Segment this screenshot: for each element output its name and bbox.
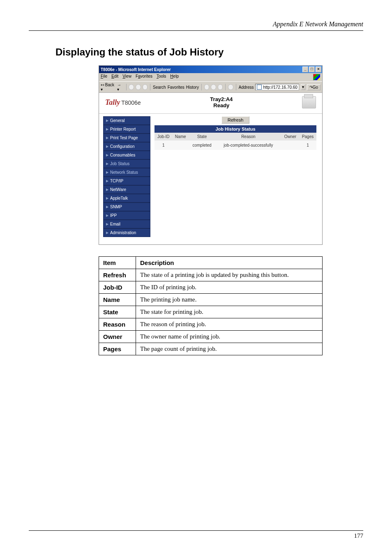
refresh-button[interactable]: Refresh <box>221 116 250 124</box>
menu-view[interactable]: View <box>122 74 131 81</box>
product-header: Tally T8006e Tray2:A4 Ready <box>99 93 322 114</box>
model-name: T8006e <box>121 99 141 106</box>
sidebar-item-netware[interactable]: ▶NetWare <box>103 185 150 194</box>
col-state: State <box>189 133 215 140</box>
sidebar-item-configuration[interactable]: ▶Configuration <box>103 142 150 151</box>
sidebar-item-email[interactable]: ▶Email <box>103 220 150 228</box>
brand-name: Tally <box>105 98 120 106</box>
section-heading: Displaying the status of Job History <box>55 46 363 58</box>
cell-pages: 1 <box>299 140 316 150</box>
menu-tools[interactable]: Tools <box>157 74 166 81</box>
back-button[interactable]: ↤ Back ▾ <box>101 83 115 92</box>
col-name: Name <box>172 133 189 140</box>
row-desc: The state for printing job. <box>136 306 323 318</box>
discuss-icon[interactable] <box>228 84 233 90</box>
row-desc: The ID of printing job. <box>136 281 323 294</box>
header-item: Item <box>99 257 136 269</box>
sidebar-item-label: Configuration <box>110 144 134 149</box>
page-header: Appendix E Network Management <box>29 21 363 31</box>
sidebar-item-administration[interactable]: ▶Administration <box>103 228 150 237</box>
address-dropdown[interactable]: ▾ <box>301 84 305 90</box>
cell-state: completed <box>189 140 215 150</box>
home-icon[interactable] <box>143 84 148 90</box>
cell-owner <box>281 140 299 150</box>
sidebar-item-print-test-page[interactable]: ▶Print Test Page <box>103 134 150 142</box>
table-row: ReasonThe reason of printing job. <box>99 318 323 331</box>
refresh-icon[interactable] <box>136 84 141 90</box>
nav-sidebar: ▶General ▶Printer Report ▶Print Test Pag… <box>103 116 150 237</box>
sidebar-item-network-status[interactable]: ▶Network Status <box>103 168 150 177</box>
window-title: T8006e - Microsoft Internet Explorer <box>101 67 171 72</box>
status-line1: Tray2:A4 <box>210 96 233 102</box>
sidebar-item-label: Email <box>110 222 120 226</box>
table-row: Job-IDThe ID of printing job. <box>99 281 323 294</box>
row-desc: The state of a printing job is updated b… <box>136 269 323 281</box>
menu-help[interactable]: Help <box>170 74 179 81</box>
mail-icon[interactable] <box>204 84 210 90</box>
sidebar-item-label: General <box>110 118 125 123</box>
sidebar-item-label: Job Status <box>110 161 129 166</box>
history-button[interactable]: History <box>186 85 199 90</box>
edit-icon[interactable] <box>218 84 223 90</box>
table-row: 1 completed job-completed-successfully 1 <box>154 140 316 150</box>
sidebar-item-consumables[interactable]: ▶Consumables <box>103 151 150 159</box>
print-icon[interactable] <box>211 84 216 90</box>
sidebar-item-label: Print Test Page <box>110 136 138 140</box>
table-row: StateThe state for printing job. <box>99 306 323 318</box>
forward-button[interactable]: → ▾ <box>117 83 124 92</box>
cell-jobid: 1 <box>154 140 172 150</box>
row-label: Job-ID <box>99 281 136 294</box>
go-button[interactable]: ↷Go <box>307 84 321 90</box>
cell-reason: job-completed-successfully <box>215 140 281 150</box>
panel-title: Job History Status <box>154 125 316 133</box>
ms-flag-icon <box>313 74 321 81</box>
row-desc: The owner name of printing job. <box>136 331 323 343</box>
col-jobid: Job-ID <box>154 133 172 140</box>
sidebar-item-tcpip[interactable]: ▶TCP/IP <box>103 177 150 185</box>
row-desc: The reason of printing job. <box>136 318 323 331</box>
address-label: Address <box>239 85 254 90</box>
sidebar-item-general[interactable]: ▶General <box>103 116 150 125</box>
sidebar-item-label: NetWare <box>110 187 126 192</box>
menu-file[interactable]: File <box>101 74 107 81</box>
page-icon <box>257 85 262 90</box>
row-desc: The page count of printing job. <box>136 343 323 355</box>
row-label: Reason <box>99 318 136 331</box>
browser-toolbar: ↤ Back ▾ → ▾ Search Favorites History Ad… <box>99 81 322 93</box>
sidebar-item-label: Consumables <box>110 153 135 157</box>
sidebar-item-appletalk[interactable]: ▶AppleTalk <box>103 194 150 203</box>
table-row: OwnerThe owner name of printing job. <box>99 331 323 343</box>
sidebar-item-label: IPP <box>110 213 117 218</box>
row-label: Refresh <box>99 269 136 281</box>
sidebar-item-label: TCP/IP <box>110 179 123 183</box>
search-button[interactable]: Search <box>153 85 166 90</box>
col-owner: Owner <box>281 133 299 140</box>
col-pages: Pages <box>299 133 316 140</box>
sidebar-item-label: Administration <box>110 230 136 235</box>
table-row: RefreshThe state of a printing job is up… <box>99 269 323 281</box>
minimize-button[interactable]: _ <box>302 67 308 72</box>
cell-name <box>172 140 189 150</box>
page-content: Tally T8006e Tray2:A4 Ready ▶General ▶Pr… <box>99 93 322 244</box>
table-header-row: Job-ID Name State Reason Owner Pages <box>154 133 316 140</box>
appendix-label: Appendix E Network Management <box>273 21 363 28</box>
close-button[interactable]: × <box>316 67 321 72</box>
window-buttons: _ □ × <box>302 67 321 72</box>
menu-edit[interactable]: Edit <box>111 74 118 81</box>
address-bar[interactable]: http://172.16.70.60 <box>255 84 299 90</box>
sidebar-item-snmp[interactable]: ▶SNMP <box>103 203 150 211</box>
maximize-button[interactable]: □ <box>309 67 315 72</box>
menu-favorites[interactable]: Favorites <box>136 74 152 81</box>
favorites-button[interactable]: Favorites <box>168 85 184 90</box>
row-desc: The printing job name. <box>136 294 323 306</box>
col-reason: Reason <box>215 133 281 140</box>
screenshot-window: T8006e - Microsoft Internet Explorer _ □… <box>99 65 323 245</box>
sidebar-item-job-status[interactable]: ▶Job Status <box>103 159 150 168</box>
sidebar-item-label: Network Status <box>110 170 138 175</box>
sidebar-item-printer-report[interactable]: ▶Printer Report <box>103 125 150 134</box>
sidebar-item-ipp[interactable]: ▶IPP <box>103 211 150 220</box>
sidebar-item-label: AppleTalk <box>110 196 128 200</box>
page-footer: 177 <box>29 530 363 539</box>
menu-bar: File Edit View Favorites Tools Help <box>99 73 322 81</box>
stop-icon[interactable] <box>129 84 134 90</box>
